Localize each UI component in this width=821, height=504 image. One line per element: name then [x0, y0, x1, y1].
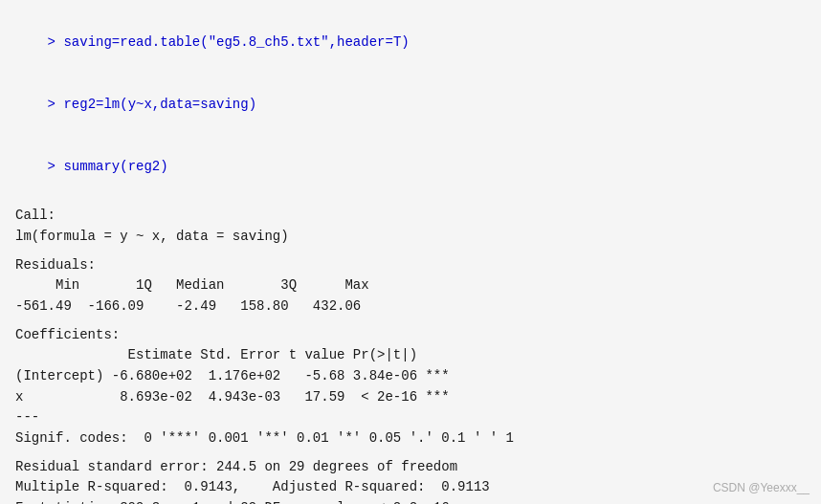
output-call-formula: lm(formula = y ~ x, data = saving): [15, 227, 806, 248]
watermark: CSDN @Yeexxx__: [713, 481, 810, 494]
output-coefficients-header: Estimate Std. Error t value Pr(>|t|): [15, 345, 806, 366]
console-container: > saving=read.table("eg5.8_ch5.txt",head…: [0, 0, 821, 504]
output-residuals-header: Min 1Q Median 3Q Max: [15, 275, 806, 296]
output-residuals-values: -561.49 -166.09 -2.49 158.80 432.06: [15, 296, 806, 318]
prompt-3: >: [48, 159, 64, 174]
output-residuals-label: Residuals:: [15, 255, 806, 276]
prompt-2: >: [48, 97, 64, 112]
command-line-2: > reg2=lm(y~x,data=saving): [15, 74, 806, 136]
output-r-squared: Multiple R-squared: 0.9143, Adjusted R-s…: [15, 477, 806, 498]
output-f-statistic: F-statistic: 309.3 on 1 and 29 DF, p-val…: [15, 498, 806, 504]
command-text-1: saving=read.table("eg5.8_ch5.txt",header…: [63, 34, 409, 50]
command-text-2: reg2=lm(y~x,data=saving): [63, 97, 256, 112]
command-line-3: > summary(reg2): [15, 136, 806, 198]
output-coefficients-label: Coefficients:: [15, 325, 806, 346]
output-residual-std-error: Residual standard error: 244.5 on 29 deg…: [15, 457, 806, 478]
output-call-label: Call:: [15, 206, 806, 227]
output-separator: ---: [15, 407, 806, 428]
command-text-3: summary(reg2): [63, 159, 167, 174]
output-intercept-row: (Intercept) -6.680e+02 1.176e+02 -5.68 3…: [15, 366, 806, 387]
output-signif-codes: Signif. codes: 0 '***' 0.001 '**' 0.01 '…: [15, 428, 806, 449]
prompt-1: >: [48, 34, 64, 50]
command-line-1: > saving=read.table("eg5.8_ch5.txt",head…: [15, 11, 806, 74]
output-x-row: x 8.693e-02 4.943e-03 17.59 < 2e-16 ***: [15, 387, 806, 408]
